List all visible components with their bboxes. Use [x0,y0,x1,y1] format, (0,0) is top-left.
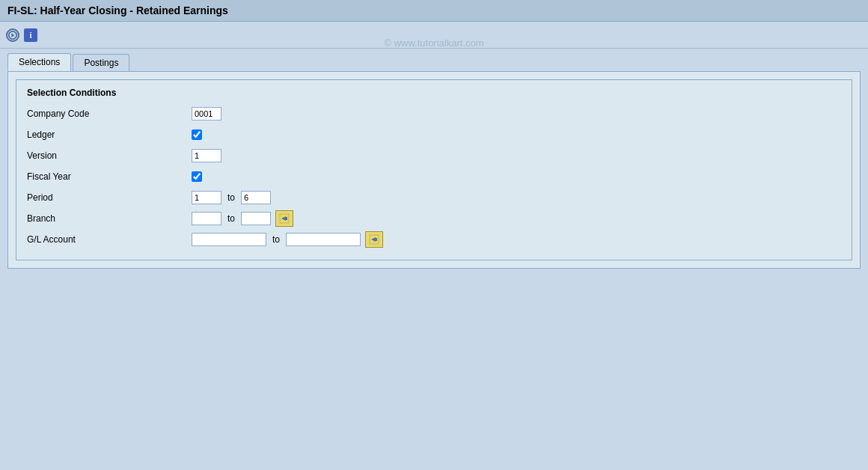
version-row: Version [27,147,841,164]
period-label: Period [27,192,192,203]
gl-account-label: G/L Account [27,234,192,245]
fiscal-year-label: Fiscal Year [27,171,192,182]
svg-marker-1 [11,33,14,37]
back-icon[interactable] [6,28,19,42]
branch-arrow-icon [279,213,290,224]
tab-bar: Selections Postings [0,49,868,71]
info-label: i [29,31,31,40]
gl-account-from-input[interactable] [192,233,266,246]
gl-account-row: G/L Account to [27,231,841,248]
selection-conditions-box: Selection Conditions Company Code Ledger… [16,79,852,260]
info-icon[interactable]: i [24,28,37,42]
branch-to-label: to [227,213,235,224]
watermark: © www.tutorialkart.com [384,37,483,49]
branch-label: Branch [27,213,192,224]
ledger-row: Ledger [27,126,841,143]
period-to-input[interactable] [241,191,271,204]
fiscal-year-checkbox[interactable] [192,171,202,182]
branch-to-input[interactable] [241,212,271,225]
gl-account-to-label: to [272,234,280,245]
branch-row: Branch to [27,210,841,227]
tab-postings[interactable]: Postings [73,54,129,71]
company-code-row: Company Code [27,106,841,122]
svg-rect-7 [376,238,377,241]
ledger-label: Ledger [27,129,192,140]
tab-postings-label: Postings [84,58,118,68]
title-text: FI-SL: Half-Year Closing - Retained Earn… [7,4,228,16]
period-to-label: to [227,192,235,203]
fiscal-year-row: Fiscal Year [27,168,841,185]
period-from-input[interactable] [192,191,221,204]
main-content: Selection Conditions Company Code Ledger… [7,71,861,269]
tab-selections[interactable]: Selections [7,53,71,71]
version-input[interactable] [192,149,221,162]
gl-account-arrow-icon [369,234,379,245]
ledger-checkbox[interactable] [192,129,202,140]
version-label: Version [27,150,192,161]
company-code-input[interactable] [192,107,221,120]
branch-from-input[interactable] [192,212,221,225]
period-row: Period to [27,189,841,206]
gl-account-to-input[interactable] [286,233,361,246]
svg-rect-4 [286,217,287,220]
tab-selections-label: Selections [19,57,60,67]
branch-arrow-button[interactable] [275,210,293,227]
gl-account-arrow-button[interactable] [365,231,383,248]
selection-conditions-title: Selection Conditions [27,88,841,98]
title-bar: FI-SL: Half-Year Closing - Retained Earn… [0,0,868,22]
toolbar: i © www.tutorialkart.com [0,22,868,49]
company-code-label: Company Code [27,109,192,119]
